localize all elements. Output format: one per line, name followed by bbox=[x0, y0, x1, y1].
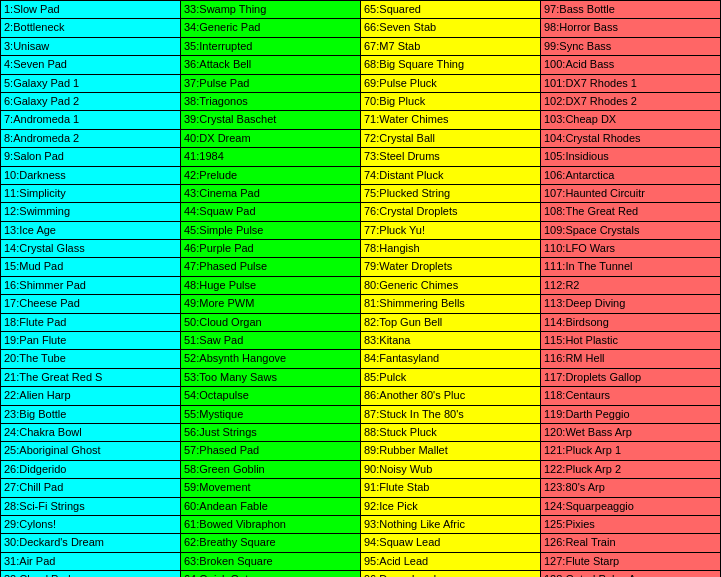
list-item: 55:Mystique bbox=[181, 406, 361, 424]
list-item: 57:Phased Pad bbox=[181, 442, 361, 460]
list-item: 128:Gated Pulse Arp bbox=[541, 571, 721, 577]
list-item: 42:Prelude bbox=[181, 167, 361, 185]
list-item: 127:Flute Starp bbox=[541, 553, 721, 571]
list-item: 85:Pulck bbox=[361, 369, 541, 387]
list-item: 102:DX7 Rhodes 2 bbox=[541, 93, 721, 111]
list-item: 124:Squarpeaggio bbox=[541, 498, 721, 516]
list-item: 29:Cylons! bbox=[1, 516, 181, 534]
list-item: 97:Bass Bottle bbox=[541, 1, 721, 19]
list-item: 14:Crystal Glass bbox=[1, 240, 181, 258]
list-item: 117:Droplets Gallop bbox=[541, 369, 721, 387]
list-item: 81:Shimmering Bells bbox=[361, 295, 541, 313]
list-item: 2:Bottleneck bbox=[1, 19, 181, 37]
list-item: 120:Wet Bass Arp bbox=[541, 424, 721, 442]
list-item: 107:Haunted Circuitr bbox=[541, 185, 721, 203]
list-item: 39:Crystal Baschet bbox=[181, 111, 361, 129]
list-item: 9:Salon Pad bbox=[1, 148, 181, 166]
list-item: 50:Cloud Organ bbox=[181, 314, 361, 332]
list-item: 1:Slow Pad bbox=[1, 1, 181, 19]
list-item: 78:Hangish bbox=[361, 240, 541, 258]
list-item: 104:Crystal Rhodes bbox=[541, 130, 721, 148]
list-item: 88:Stuck Pluck bbox=[361, 424, 541, 442]
list-item: 33:Swamp Thing bbox=[181, 1, 361, 19]
list-item: 54:Octapulse bbox=[181, 387, 361, 405]
list-item: 125:Pixies bbox=[541, 516, 721, 534]
list-item: 43:Cinema Pad bbox=[181, 185, 361, 203]
list-item: 71:Water Chimes bbox=[361, 111, 541, 129]
list-item: 89:Rubber Mallet bbox=[361, 442, 541, 460]
list-item: 111:In The Tunnel bbox=[541, 258, 721, 276]
list-item: 68:Big Square Thing bbox=[361, 56, 541, 74]
list-item: 12:Swimming bbox=[1, 203, 181, 221]
list-item: 80:Generic Chimes bbox=[361, 277, 541, 295]
list-item: 64:Quick Getaway bbox=[181, 571, 361, 577]
preset-grid: 1:Slow Pad33:Swamp Thing65:Squared97:Bas… bbox=[0, 0, 721, 577]
list-item: 95:Acid Lead bbox=[361, 553, 541, 571]
list-item: 20:The Tube bbox=[1, 350, 181, 368]
list-item: 76:Crystal Droplets bbox=[361, 203, 541, 221]
list-item: 17:Cheese Pad bbox=[1, 295, 181, 313]
list-item: 21:The Great Red S bbox=[1, 369, 181, 387]
list-item: 44:Squaw Pad bbox=[181, 203, 361, 221]
list-item: 82:Top Gun Bell bbox=[361, 314, 541, 332]
list-item: 8:Andromeda 2 bbox=[1, 130, 181, 148]
list-item: 109:Space Crystals bbox=[541, 222, 721, 240]
list-item: 41:1984 bbox=[181, 148, 361, 166]
list-item: 87:Stuck In The 80's bbox=[361, 406, 541, 424]
list-item: 91:Flute Stab bbox=[361, 479, 541, 497]
list-item: 103:Cheap DX bbox=[541, 111, 721, 129]
list-item: 31:Air Pad bbox=[1, 553, 181, 571]
list-item: 47:Phased Pulse bbox=[181, 258, 361, 276]
list-item: 45:Simple Pulse bbox=[181, 222, 361, 240]
list-item: 101:DX7 Rhodes 1 bbox=[541, 75, 721, 93]
list-item: 83:Kitana bbox=[361, 332, 541, 350]
list-item: 100:Acid Bass bbox=[541, 56, 721, 74]
list-item: 69:Pulse Pluck bbox=[361, 75, 541, 93]
list-item: 86:Another 80's Pluc bbox=[361, 387, 541, 405]
list-item: 96:Doom Lead bbox=[361, 571, 541, 577]
list-item: 59:Movement bbox=[181, 479, 361, 497]
list-item: 112:R2 bbox=[541, 277, 721, 295]
list-item: 126:Real Train bbox=[541, 534, 721, 552]
list-item: 34:Generic Pad bbox=[181, 19, 361, 37]
list-item: 92:Ice Pick bbox=[361, 498, 541, 516]
list-item: 6:Galaxy Pad 2 bbox=[1, 93, 181, 111]
list-item: 74:Distant Pluck bbox=[361, 167, 541, 185]
list-item: 106:Antarctica bbox=[541, 167, 721, 185]
list-item: 30:Deckard's Dream bbox=[1, 534, 181, 552]
list-item: 53:Too Many Saws bbox=[181, 369, 361, 387]
list-item: 61:Bowed Vibraphon bbox=[181, 516, 361, 534]
list-item: 51:Saw Pad bbox=[181, 332, 361, 350]
list-item: 119:Darth Peggio bbox=[541, 406, 721, 424]
list-item: 58:Green Goblin bbox=[181, 461, 361, 479]
list-item: 49:More PWM bbox=[181, 295, 361, 313]
list-item: 123:80's Arp bbox=[541, 479, 721, 497]
list-item: 67:M7 Stab bbox=[361, 38, 541, 56]
list-item: 73:Steel Drums bbox=[361, 148, 541, 166]
list-item: 115:Hot Plastic bbox=[541, 332, 721, 350]
list-item: 46:Purple Pad bbox=[181, 240, 361, 258]
list-item: 113:Deep Diving bbox=[541, 295, 721, 313]
list-item: 32:Cloud Pad bbox=[1, 571, 181, 577]
list-item: 19:Pan Flute bbox=[1, 332, 181, 350]
list-item: 66:Seven Stab bbox=[361, 19, 541, 37]
list-item: 4:Seven Pad bbox=[1, 56, 181, 74]
list-item: 116:RM Hell bbox=[541, 350, 721, 368]
list-item: 37:Pulse Pad bbox=[181, 75, 361, 93]
list-item: 10:Darkness bbox=[1, 167, 181, 185]
list-item: 26:Didgerido bbox=[1, 461, 181, 479]
list-item: 90:Noisy Wub bbox=[361, 461, 541, 479]
list-item: 108:The Great Red bbox=[541, 203, 721, 221]
list-item: 75:Plucked String bbox=[361, 185, 541, 203]
list-item: 7:Andromeda 1 bbox=[1, 111, 181, 129]
list-item: 122:Pluck Arp 2 bbox=[541, 461, 721, 479]
list-item: 99:Sync Bass bbox=[541, 38, 721, 56]
list-item: 84:Fantasyland bbox=[361, 350, 541, 368]
list-item: 77:Pluck Yu! bbox=[361, 222, 541, 240]
list-item: 5:Galaxy Pad 1 bbox=[1, 75, 181, 93]
list-item: 52:Absynth Hangove bbox=[181, 350, 361, 368]
list-item: 28:Sci-Fi Strings bbox=[1, 498, 181, 516]
list-item: 18:Flute Pad bbox=[1, 314, 181, 332]
list-item: 93:Nothing Like Afric bbox=[361, 516, 541, 534]
list-item: 25:Aboriginal Ghost bbox=[1, 442, 181, 460]
